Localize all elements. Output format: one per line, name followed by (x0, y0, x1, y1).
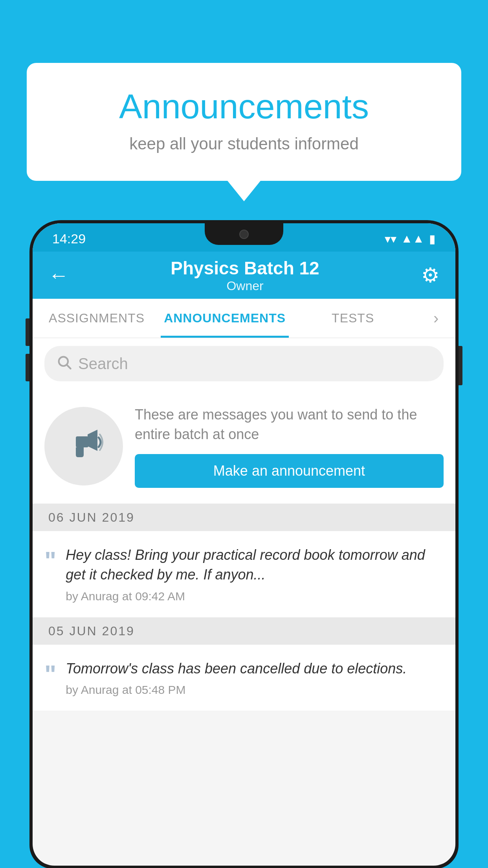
front-camera (239, 230, 249, 239)
search-placeholder: Search (78, 355, 128, 373)
announcement-message-2: Tomorrow's class has been cancelled due … (66, 659, 444, 679)
megaphone-icon (64, 423, 103, 470)
announcement-item-1[interactable]: " Hey class! Bring your practical record… (33, 531, 455, 618)
wifi-icon: ▾▾ (385, 232, 396, 246)
phone-screen: 14:29 ▾▾ ▲▲ ▮ ← Physics Batch 12 Owner ⚙ (33, 223, 455, 866)
promo-description: These are messages you want to send to t… (135, 405, 444, 445)
promo-icon-circle (44, 407, 123, 485)
search-icon (56, 354, 72, 373)
status-time: 14:29 (52, 231, 86, 246)
phone-notch (205, 223, 283, 245)
tabs-bar: ASSIGNMENTS ANNOUNCEMENTS TESTS › (33, 299, 455, 338)
promo-content: These are messages you want to send to t… (135, 405, 444, 488)
speech-bubble-section: Announcements keep all your students inf… (27, 63, 461, 201)
bubble-arrow (227, 181, 261, 201)
quote-icon-2: " (44, 662, 56, 687)
battery-icon: ▮ (429, 232, 436, 246)
back-button[interactable]: ← (48, 263, 69, 287)
announcement-meta-2: by Anurag at 05:48 PM (66, 683, 444, 697)
tab-assignments[interactable]: ASSIGNMENTS (33, 299, 161, 338)
volume-up-button (26, 318, 29, 346)
tab-more[interactable]: › (417, 299, 455, 338)
volume-down-button (26, 354, 29, 381)
power-button (459, 346, 462, 385)
signal-icon: ▲▲ (401, 232, 424, 245)
date-separator-1: 06 JUN 2019 (33, 504, 455, 531)
speech-bubble-card: Announcements keep all your students inf… (27, 63, 461, 181)
header-title: Physics Batch 12 (69, 257, 421, 279)
announcement-content-2: Tomorrow's class has been cancelled due … (66, 659, 444, 697)
announcement-content-1: Hey class! Bring your practical record b… (66, 545, 444, 603)
status-icons: ▾▾ ▲▲ ▮ (385, 232, 436, 246)
search-bar[interactable]: Search (44, 346, 444, 381)
announcement-item-2[interactable]: " Tomorrow's class has been cancelled du… (33, 645, 455, 711)
announcement-meta-1: by Anurag at 09:42 AM (66, 590, 444, 603)
phone-body: 14:29 ▾▾ ▲▲ ▮ ← Physics Batch 12 Owner ⚙ (29, 220, 459, 868)
tab-announcements[interactable]: ANNOUNCEMENTS (161, 299, 289, 338)
date-separator-2: 05 JUN 2019 (33, 618, 455, 645)
header-title-group: Physics Batch 12 Owner (69, 257, 421, 293)
promo-block: These are messages you want to send to t… (33, 389, 455, 504)
bubble-subtitle: keep all your students informed (46, 134, 442, 153)
announcement-message-1: Hey class! Bring your practical record b… (66, 545, 444, 585)
quote-icon-1: " (44, 548, 56, 574)
tab-tests[interactable]: TESTS (289, 299, 417, 338)
app-header: ← Physics Batch 12 Owner ⚙ (33, 252, 455, 299)
bubble-title: Announcements (46, 86, 442, 127)
search-container: Search (33, 338, 455, 389)
phone-device: 14:29 ▾▾ ▲▲ ▮ ← Physics Batch 12 Owner ⚙ (29, 220, 459, 868)
svg-rect-2 (76, 436, 88, 447)
make-announcement-button[interactable]: Make an announcement (135, 454, 444, 488)
header-subtitle: Owner (69, 279, 421, 293)
settings-icon[interactable]: ⚙ (421, 263, 440, 287)
svg-line-1 (67, 365, 71, 368)
